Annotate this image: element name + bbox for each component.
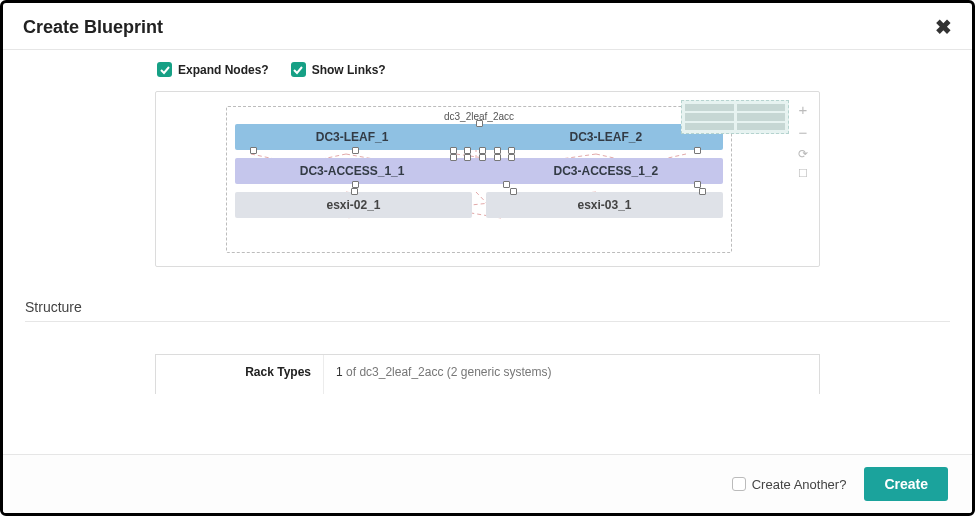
system-label: esxi-03_1: [577, 198, 631, 212]
port-icon: [508, 147, 515, 154]
port-icon: [694, 181, 701, 188]
port-icon: [503, 181, 510, 188]
port-icon: [479, 147, 486, 154]
rack-group: dc3_2leaf_2acc DC3-LEAF_1 DC3-LEAF_2: [226, 106, 732, 253]
check-icon: [291, 62, 306, 77]
port-icon: [464, 154, 471, 161]
create-another-checkbox[interactable]: Create Another?: [732, 477, 847, 492]
port-icon: [694, 147, 701, 154]
show-links-checkbox[interactable]: Show Links?: [291, 62, 386, 77]
show-links-label: Show Links?: [312, 63, 386, 77]
port-icon: [450, 154, 457, 161]
topology-canvas[interactable]: dc3_2leaf_2acc DC3-LEAF_1 DC3-LEAF_2: [155, 91, 820, 267]
modal-body: Topology Preview Expand Nodes? Show Link…: [3, 50, 972, 454]
check-icon: [157, 62, 172, 77]
create-another-label: Create Another?: [752, 477, 847, 492]
port-icon: [479, 154, 486, 161]
port-icon: [494, 147, 501, 154]
port-icon: [699, 188, 706, 195]
port-icon: [352, 147, 359, 154]
port-icon: [510, 188, 517, 195]
port-icon: [351, 188, 358, 195]
reset-view-icon[interactable]: ⟳: [798, 148, 808, 160]
fit-view-icon[interactable]: ☐: [798, 168, 808, 179]
access-node[interactable]: DC3-ACCESS_1_1 DC3-ACCESS_1_2: [235, 158, 723, 184]
close-icon[interactable]: ✖: [935, 15, 952, 39]
create-button[interactable]: Create: [864, 467, 948, 501]
modal-title: Create Blueprint: [23, 17, 163, 38]
expand-nodes-checkbox[interactable]: Expand Nodes?: [157, 62, 269, 77]
access-label-right: DC3-ACCESS_1_2: [489, 158, 723, 184]
port-icon: [464, 147, 471, 154]
zoom-in-icon[interactable]: +: [799, 102, 808, 117]
port-icon: [508, 154, 515, 161]
rack-types-label: Rack Types: [156, 355, 324, 394]
rack-types-count: 1: [336, 365, 343, 379]
port-icon: [352, 181, 359, 188]
topology-minimap[interactable]: [681, 100, 789, 134]
port-icon: [250, 147, 257, 154]
rack-types-row: Rack Types 1 of dc3_2leaf_2acc (2 generi…: [155, 354, 820, 394]
system-node[interactable]: esxi-02_1: [235, 192, 472, 218]
rack-types-value[interactable]: 1 of dc3_2leaf_2acc (2 generic systems): [324, 355, 819, 394]
system-label: esxi-02_1: [326, 198, 380, 212]
checkbox-icon: [732, 477, 746, 491]
system-node[interactable]: esxi-03_1: [486, 192, 723, 218]
section-structure: Structure: [25, 291, 950, 322]
leaf-node[interactable]: DC3-LEAF_1 DC3-LEAF_2: [235, 124, 723, 150]
expand-nodes-label: Expand Nodes?: [178, 63, 269, 77]
port-icon: [476, 120, 483, 127]
port-icon: [450, 147, 457, 154]
port-icon: [494, 154, 501, 161]
zoom-out-icon[interactable]: −: [799, 125, 808, 140]
